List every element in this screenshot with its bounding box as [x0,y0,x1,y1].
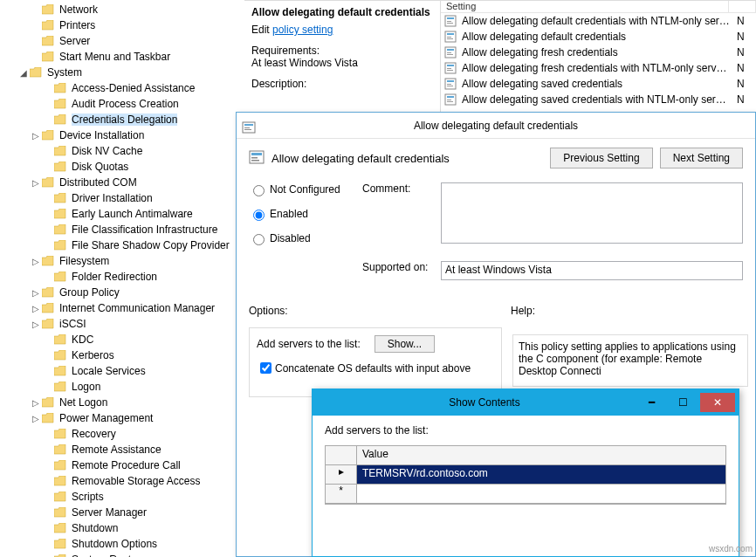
tree-item[interactable]: System Restore [0,552,244,557]
tree-item[interactable]: Server Manager [0,505,244,520]
tree-item[interactable]: Access-Denied Assistance [0,80,244,96]
folder-icon [42,318,56,330]
tree-item[interactable]: ◢System [0,65,244,80]
svg-rect-27 [244,129,251,130]
tree-item[interactable]: ▷Distributed COM [0,175,244,190]
maximize-button[interactable]: ☐ [669,393,697,412]
tree-item[interactable]: KDC [0,332,244,347]
tree-item[interactable]: Audit Process Creation [0,96,244,112]
list-item[interactable]: Allow delegating default credentialsN [441,29,756,45]
radio-enabled-input[interactable] [253,210,265,221]
tree-item[interactable]: ▷Power Management [0,410,244,426]
tree-item[interactable]: Disk NV Cache [0,143,244,159]
expand-toggle-icon[interactable]: ▷ [30,131,42,141]
comment-box[interactable] [441,182,743,244]
tree-item[interactable]: Logon [0,379,244,395]
col-setting[interactable]: Setting [441,1,729,12]
tree-item[interactable]: Start Menu and Taskbar [0,49,244,65]
expand-toggle-icon[interactable]: ▷ [30,288,42,298]
tree-item[interactable]: Network [0,2,244,17]
dialog-titlebar[interactable]: Allow delegating default credentials [237,113,755,139]
value-grid[interactable]: Value ▸ TERMSRV/rd.contoso.com * [325,445,726,505]
expand-toggle-icon[interactable]: ▷ [30,304,42,313]
list-item[interactable]: Allow delegating saved credentialsN [441,76,756,92]
settings-list[interactable]: Setting Allow delegating default credent… [441,0,756,113]
tree-item[interactable]: Driver Installation [0,190,244,206]
list-item[interactable]: Allow delegating saved credentials with … [441,92,756,107]
expand-toggle-icon[interactable]: ▷ [30,178,42,188]
tree-item[interactable]: Server [0,33,244,49]
folder-icon [54,145,68,157]
list-item[interactable]: Allow delegating fresh credentialsN [441,45,756,60]
tree-item[interactable]: Removable Storage Access [0,473,244,489]
tree-item[interactable]: Disk Quotas [0,159,244,175]
folder-tree[interactable]: NetworkPrintersServerStart Menu and Task… [0,0,244,557]
expand-toggle-icon[interactable]: ▷ [30,320,42,329]
tree-item[interactable]: Kerberos [0,347,244,363]
tree-item[interactable]: File Share Shadow Copy Provider [0,237,244,253]
tree-item[interactable]: Locale Services [0,363,244,379]
col-state[interactable] [729,1,756,12]
policy-icon [242,118,256,144]
svg-rect-10 [447,52,451,53]
tree-item[interactable]: File Classification Infrastructure [0,222,244,237]
expand-toggle-icon[interactable]: ▷ [30,414,42,423]
tree-item[interactable]: Remote Assistance [0,442,244,457]
col-value[interactable]: Value [357,446,725,464]
help-frame[interactable]: This policy setting applies to applicati… [512,334,748,387]
folder-icon [54,223,68,236]
grid-header: Value [326,446,725,465]
radio-enabled[interactable]: Enabled [249,207,362,221]
tree-item[interactable]: ▷Device Installation [0,127,244,143]
tree-label: File Classification Infrastructure [72,223,217,236]
previous-setting-button[interactable]: Previous Setting [550,148,652,168]
close-button[interactable]: ✕ [700,393,735,412]
tree-item[interactable]: Recovery [0,426,244,442]
show-button[interactable]: Show... [375,335,435,353]
row-value[interactable]: TERMSRV/rd.contoso.com [357,465,725,485]
tree-item[interactable]: ▷Net Logon [0,395,244,410]
tree-item[interactable]: ▷Internet Communication Manager [0,300,244,316]
tree-item[interactable]: ▷Group Policy [0,285,244,300]
tree-item[interactable]: Folder Redirection [0,269,244,285]
expand-toggle-icon[interactable]: ▷ [30,398,42,408]
new-row-value[interactable] [357,485,725,504]
list-item[interactable]: Allow delegating fresh credentials with … [441,60,756,76]
row-marker: ▸ [326,465,357,485]
expand-toggle-icon[interactable]: ▷ [30,257,42,266]
radio-not-configured[interactable]: Not Configured [249,182,362,196]
list-item-label: Allow delegating default credentials [458,31,733,43]
tree-item[interactable]: Credentials Delegation [0,112,244,127]
concatenate-checkbox-input[interactable] [260,362,271,374]
next-setting-button[interactable]: Next Setting [660,148,743,168]
tree-item[interactable]: ▷Filesystem [0,253,244,269]
folder-icon [42,412,56,424]
radio-en-label: Enabled [270,208,308,220]
list-item[interactable]: Allow delegating default credentials wit… [441,13,756,29]
show-contents-titlebar[interactable]: Show Contents ━ ☐ ✕ [313,389,739,416]
tree-item[interactable]: ▷iSCSI [0,316,244,332]
svg-rect-7 [447,38,453,39]
edit-prefix: Edit [251,24,272,36]
tree-item[interactable]: Scripts [0,489,244,505]
tree-item[interactable]: Shutdown Options [0,536,244,552]
radio-not-configured-input[interactable] [253,185,265,196]
folder-icon [54,82,68,94]
grid-row-selected[interactable]: ▸ TERMSRV/rd.contoso.com [326,465,725,485]
concatenate-checkbox[interactable]: Concatenate OS defaults with input above [257,360,494,376]
expand-toggle-icon[interactable]: ◢ [17,68,30,78]
policy-setting-link[interactable]: policy setting [272,24,333,36]
tree-item[interactable]: Early Launch Antimalware [0,206,244,222]
radio-disabled-input[interactable] [253,234,265,245]
tree-item[interactable]: Printers [0,17,244,33]
tree-label: Group Policy [59,286,120,299]
requirements-value: At least Windows Vista [251,57,433,69]
grid-row-new[interactable]: * [326,485,725,504]
folder-icon [54,161,68,173]
tree-item[interactable]: Remote Procedure Call [0,457,244,473]
tree-label: Net Logon [59,396,107,409]
minimize-button[interactable]: ━ [637,393,665,412]
policy-heading: Allow delegating default credentials [271,152,543,165]
tree-item[interactable]: Shutdown [0,520,244,536]
radio-disabled[interactable]: Disabled [249,231,362,245]
